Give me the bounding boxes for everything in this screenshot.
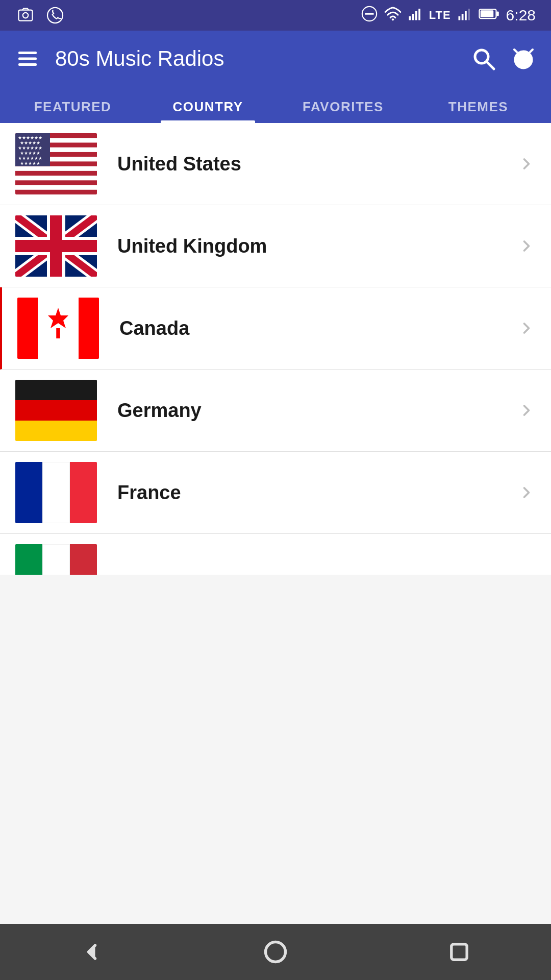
country-name-germany: Germany xyxy=(117,400,517,422)
chevron-icon-france xyxy=(517,483,536,502)
status-time: 6:28 xyxy=(506,7,536,24)
svg-rect-15 xyxy=(480,10,493,17)
country-item-canada[interactable]: Canada xyxy=(0,287,551,370)
france-red-stripe xyxy=(70,462,97,523)
dnd-icon xyxy=(361,5,378,26)
country-item-uk[interactable]: United Kingdom xyxy=(0,205,551,287)
chevron-icon-germany xyxy=(517,401,536,420)
tab-bar: FEATURED COUNTRY FAVORITES THEMES xyxy=(0,87,551,123)
svg-text:★★★★★: ★★★★★ xyxy=(20,151,40,156)
svg-rect-8 xyxy=(415,11,417,20)
country-item-germany[interactable]: Germany xyxy=(0,370,551,452)
phone-icon xyxy=(45,5,65,26)
status-left-icons xyxy=(15,5,65,26)
alarm-button[interactable] xyxy=(511,46,536,71)
signal2-icon xyxy=(457,6,472,25)
svg-text:★★★★★: ★★★★★ xyxy=(20,161,40,166)
flag-uk xyxy=(15,215,97,277)
tab-featured[interactable]: FEATURED xyxy=(5,87,140,123)
svg-line-21 xyxy=(487,62,494,69)
svg-text:★★★★★: ★★★★★ xyxy=(20,140,40,145)
svg-line-25 xyxy=(514,50,517,52)
svg-rect-50 xyxy=(17,298,38,359)
svg-rect-7 xyxy=(412,14,414,20)
germany-red-stripe xyxy=(15,400,97,421)
tab-themes[interactable]: THEMES xyxy=(411,87,546,123)
flag-france xyxy=(15,462,97,523)
country-item-france[interactable]: France xyxy=(0,452,551,534)
svg-text:★★★★★★: ★★★★★★ xyxy=(18,145,42,151)
bottom-nav-bar xyxy=(0,924,551,980)
svg-point-2 xyxy=(47,8,63,23)
back-button[interactable] xyxy=(79,939,105,965)
country-name-canada: Canada xyxy=(119,317,517,339)
svg-rect-12 xyxy=(465,11,467,20)
france-white-stripe xyxy=(42,462,70,523)
tab-favorites[interactable]: FAVORITES xyxy=(276,87,411,123)
svg-text:★★★★★★: ★★★★★★ xyxy=(18,156,42,161)
country-name-usa: United States xyxy=(117,153,517,175)
svg-rect-17 xyxy=(18,52,37,54)
hamburger-menu-button[interactable] xyxy=(15,46,40,71)
svg-point-5 xyxy=(392,18,394,20)
svg-rect-19 xyxy=(18,63,37,66)
home-button[interactable] xyxy=(262,939,289,965)
flag-canada xyxy=(17,298,99,359)
svg-rect-55 xyxy=(452,944,467,960)
flag-usa: ★★★★★★ ★★★★★ ★★★★★★ ★★★★★ ★★★★★★ ★★★★★ xyxy=(15,133,97,194)
svg-rect-51 xyxy=(79,298,99,359)
svg-rect-9 xyxy=(418,9,420,20)
france-blue-stripe xyxy=(15,462,42,523)
svg-rect-33 xyxy=(15,185,97,190)
germany-black-stripe xyxy=(15,380,97,400)
svg-rect-31 xyxy=(15,166,97,171)
svg-rect-49 xyxy=(15,240,97,252)
status-right-icons: LTE 6:28 xyxy=(361,5,536,26)
svg-point-54 xyxy=(266,942,286,962)
svg-text:★★★★★★: ★★★★★★ xyxy=(18,135,42,140)
country-name-uk: United Kingdom xyxy=(117,235,517,257)
status-bar: LTE 6:28 xyxy=(0,0,551,31)
country-list: ★★★★★★ ★★★★★ ★★★★★★ ★★★★★ ★★★★★★ ★★★★★ U… xyxy=(0,123,551,575)
signal-icon xyxy=(408,6,423,25)
recent-apps-button[interactable] xyxy=(446,939,472,965)
battery-icon xyxy=(479,7,500,24)
svg-rect-16 xyxy=(496,11,499,16)
germany-gold-stripe xyxy=(15,421,97,441)
svg-rect-53 xyxy=(56,328,60,338)
country-name-france: France xyxy=(117,482,517,504)
svg-rect-11 xyxy=(461,14,463,20)
svg-rect-6 xyxy=(409,16,411,20)
photo-icon xyxy=(15,5,36,26)
app-bar: 80s Music Radios xyxy=(0,31,551,87)
lte-label: LTE xyxy=(429,9,451,22)
country-item-italy-partial[interactable] xyxy=(0,534,551,575)
wifi-icon xyxy=(384,5,402,26)
svg-rect-0 xyxy=(19,10,33,21)
chevron-icon-uk xyxy=(517,237,536,255)
svg-point-1 xyxy=(23,13,29,18)
svg-rect-13 xyxy=(468,9,470,20)
svg-line-26 xyxy=(530,50,533,52)
country-item-usa[interactable]: ★★★★★★ ★★★★★ ★★★★★★ ★★★★★ ★★★★★★ ★★★★★ U… xyxy=(0,123,551,205)
tab-country[interactable]: COUNTRY xyxy=(140,87,276,123)
app-title: 80s Music Radios xyxy=(55,46,456,71)
flag-germany xyxy=(15,380,97,441)
svg-rect-18 xyxy=(18,58,37,60)
chevron-icon-canada xyxy=(517,319,536,337)
svg-rect-32 xyxy=(15,176,97,180)
chevron-icon-usa xyxy=(517,155,536,173)
search-button[interactable] xyxy=(471,46,496,71)
svg-rect-10 xyxy=(458,16,460,20)
